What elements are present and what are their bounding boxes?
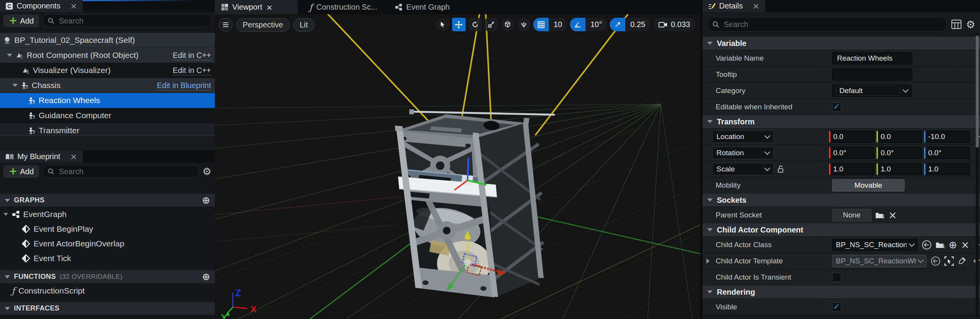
child-actor-section-header[interactable]: Child Actor Component xyxy=(703,223,980,237)
child-actor-template-dropdown[interactable]: BP_NS_SC_ReactionWhe xyxy=(832,255,927,267)
details-search[interactable] xyxy=(707,17,947,32)
location-y-field[interactable]: 0.0 xyxy=(876,131,922,143)
tab-construction-script[interactable]: ƒ Construction Sc... xyxy=(303,0,383,14)
tab-components[interactable]: C Components × xyxy=(0,0,83,12)
functions-section-header[interactable]: FUNCTIONS (32 OVERRIDABLE) ⊕ xyxy=(0,270,215,283)
search-input[interactable] xyxy=(58,167,194,176)
make-new-asset-icon[interactable]: ⊕ xyxy=(949,240,957,250)
graphs-section-header[interactable]: GRAPHS ⊕ xyxy=(0,194,215,207)
expander-icon[interactable] xyxy=(7,54,12,57)
close-icon[interactable]: × xyxy=(752,2,759,10)
add-function-icon[interactable]: ⊕ xyxy=(202,272,210,282)
settings-gear-icon[interactable]: ⚙ xyxy=(966,19,975,30)
socket-picker-icon[interactable] xyxy=(875,211,885,219)
mobility-movable-button[interactable]: Movable xyxy=(832,179,905,192)
expander-icon[interactable] xyxy=(706,258,709,264)
rotation-dropdown[interactable]: Rotation xyxy=(712,147,774,159)
unlock-icon[interactable] xyxy=(778,165,784,173)
parent-socket-value-button[interactable]: None xyxy=(832,209,871,221)
sockets-section-header[interactable]: Sockets xyxy=(703,193,980,207)
add-graph-icon[interactable]: ⊕ xyxy=(202,195,210,205)
expander-icon[interactable] xyxy=(3,213,8,216)
rotation-y-field[interactable]: 0.0° xyxy=(876,147,922,159)
event-graph-row[interactable]: EventGraph xyxy=(0,207,215,222)
location-z-field[interactable]: -10.0 xyxy=(924,131,970,143)
tab-my-blueprint[interactable]: My Blueprint × xyxy=(0,151,83,163)
collapse-icon[interactable] xyxy=(5,199,10,202)
browse-to-asset-icon[interactable] xyxy=(936,241,945,249)
svg-text:C: C xyxy=(27,71,29,74)
category-dropdown[interactable]: Default xyxy=(832,85,912,97)
child-actor-class-dropdown[interactable]: BP_NS_SC_ReactionW xyxy=(832,239,918,251)
expander-icon[interactable] xyxy=(12,84,18,87)
select-in-viewport-icon[interactable] xyxy=(944,256,954,266)
rendering-section-header[interactable]: Rendering xyxy=(703,285,980,299)
rotation-snap-control[interactable]: 10° xyxy=(570,18,607,31)
close-icon[interactable]: × xyxy=(70,2,77,10)
editable-when-inherited-checkbox[interactable]: ✓ xyxy=(832,102,841,112)
scale-tool-button[interactable] xyxy=(485,18,498,31)
use-selected-asset-icon[interactable] xyxy=(931,256,941,266)
rotation-z-field[interactable]: 0.0° xyxy=(924,147,970,159)
search-input[interactable] xyxy=(723,20,942,29)
event-actor-begin-overlap-row[interactable]: Event ActorBeginOverlap xyxy=(0,236,215,251)
viewport-options-button[interactable] xyxy=(219,18,233,32)
location-dropdown[interactable]: Location xyxy=(712,131,774,143)
world-coordinate-button[interactable] xyxy=(501,18,514,31)
camera-speed-control[interactable]: 0.033 xyxy=(653,18,696,31)
tree-row-reaction-wheels[interactable]: Reaction Wheels xyxy=(0,93,215,108)
tab-viewport[interactable]: Viewport × xyxy=(215,0,298,14)
add-blueprint-item-button[interactable]: + Add xyxy=(3,165,39,178)
display-filter-icon[interactable] xyxy=(951,20,961,29)
tree-row-self[interactable]: BP_Tutorial_02_Spacecraft (Self) xyxy=(0,33,215,48)
clear-socket-icon[interactable]: × xyxy=(888,210,897,220)
components-search[interactable] xyxy=(43,14,211,27)
settings-gear-icon[interactable]: ⚙ xyxy=(202,166,211,176)
lit-mode-dropdown[interactable]: Lit xyxy=(293,18,315,32)
edit-in-cpp-link[interactable]: Edit in C++ xyxy=(173,66,215,75)
collapse-icon[interactable] xyxy=(5,307,10,310)
perspective-dropdown[interactable]: Perspective xyxy=(236,18,290,32)
close-icon[interactable]: × xyxy=(70,153,77,161)
variable-section-header[interactable]: Variable xyxy=(703,37,980,50)
event-tick-row[interactable]: Event Tick xyxy=(0,251,215,266)
tab-details[interactable]: Details × xyxy=(703,0,765,12)
tree-row-root-component[interactable]: C Root Component (Root Object) Edit in C… xyxy=(0,48,215,63)
tooltip-input[interactable] xyxy=(832,68,912,81)
scale-snap-control[interactable]: ↗ 0.25 xyxy=(610,18,650,31)
tree-row-chassis[interactable]: Chassis Edit in Blueprint xyxy=(0,78,215,93)
construction-script-row[interactable]: ƒ ConstructionScript xyxy=(0,283,215,298)
add-component-button[interactable]: + Add xyxy=(3,15,39,27)
interfaces-section-header[interactable]: INTERFACES xyxy=(0,302,215,315)
use-selected-asset-icon[interactable] xyxy=(922,240,932,250)
scale-dropdown[interactable]: Scale xyxy=(712,163,774,175)
scale-y-field[interactable]: 1.0 xyxy=(876,163,922,175)
edit-in-cpp-link[interactable]: Edit in C++ xyxy=(173,51,215,60)
select-tool-button[interactable] xyxy=(436,18,449,31)
viewport-canvas[interactable]: Z X Y Perspective Lit xyxy=(215,14,700,319)
close-icon[interactable]: × xyxy=(266,3,272,11)
clear-class-icon[interactable]: × xyxy=(961,240,970,250)
edit-in-blueprint-link[interactable]: Edit in Blueprint xyxy=(157,81,215,90)
eyedropper-icon[interactable] xyxy=(958,257,966,265)
tree-row-guidance-computer[interactable]: Guidance Computer xyxy=(0,108,215,123)
transform-section-header[interactable]: Transform xyxy=(703,115,980,129)
tab-event-graph[interactable]: Event Graph xyxy=(389,0,456,14)
details-scrollbar-thumb[interactable] xyxy=(976,36,979,148)
tree-row-visualizer[interactable]: C Visualizer (Visualizer) Edit in C++ xyxy=(0,63,215,78)
rotate-tool-button[interactable] xyxy=(468,18,482,31)
search-input[interactable] xyxy=(58,16,206,26)
event-begin-play-row[interactable]: Event BeginPlay xyxy=(0,222,215,236)
grid-snap-control[interactable]: 10 xyxy=(533,18,567,31)
scale-z-field[interactable]: 1.0 xyxy=(924,163,970,175)
my-blueprint-search[interactable] xyxy=(43,165,199,178)
move-tool-button[interactable] xyxy=(452,18,466,31)
visible-checkbox[interactable]: ✓ xyxy=(832,302,841,312)
location-x-field[interactable]: 0.0 xyxy=(829,131,875,143)
variable-name-input[interactable] xyxy=(832,52,912,64)
rotation-x-field[interactable]: 0.0° xyxy=(829,147,875,159)
collapse-icon[interactable] xyxy=(5,275,10,278)
scale-x-field[interactable]: 1.0 xyxy=(829,163,875,175)
surface-snapping-button[interactable] xyxy=(517,18,531,31)
transient-checkbox[interactable] xyxy=(832,273,841,282)
